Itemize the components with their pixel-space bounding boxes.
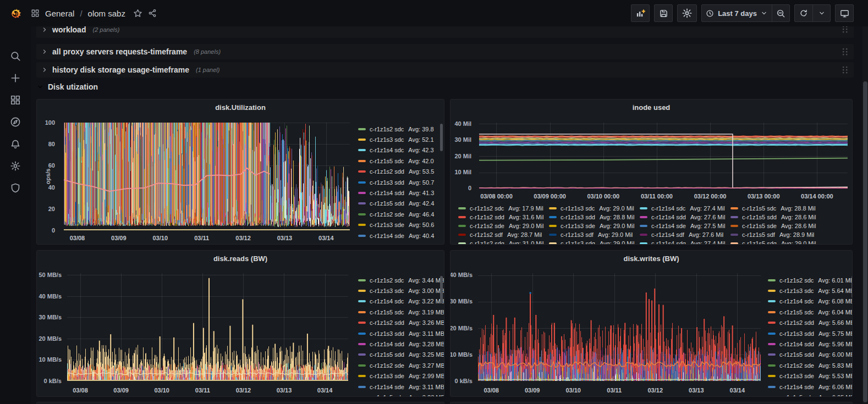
sidebar-item-dashboards[interactable] <box>0 89 31 111</box>
dashboard-row-disk-utization[interactable]: Disk utization <box>36 81 98 93</box>
dashboards-grid-icon[interactable] <box>31 9 40 18</box>
legend-item[interactable]: c-r1z1s3 sdeAvg: 50.6 <box>358 220 444 230</box>
legend-item[interactable]: c-r1z1s4 sdeAvg: 40.4 <box>358 230 444 241</box>
legend-item[interactable]: c-r1z1s5 sdcAvg: 42.0 <box>358 156 444 166</box>
legend-item[interactable]: c-r1z1s5 sddAvg: 42.4 <box>358 198 444 209</box>
refresh-button[interactable] <box>795 5 812 21</box>
dashboard-settings-button[interactable] <box>678 5 696 21</box>
legend-item[interactable]: c-r1z1s2 sdeAvg: 5.83 MB/s <box>768 360 853 370</box>
series-avg: Avg: 42.0 <box>408 158 433 164</box>
legend-item[interactable]: c-r1z1s3 sdgAvg: 29.0 Mil <box>549 239 634 245</box>
legend-item[interactable]: c-r1z1s2 sdeAvg: 3.27 MB/s <box>358 360 444 370</box>
dashboard-row-all[interactable]: all proxy servers requests-timeframe(8 p… <box>36 44 854 59</box>
legend-scrollbar-thumb[interactable] <box>851 276 853 298</box>
sidebar-item-explore[interactable] <box>0 111 31 133</box>
legend-item[interactable]: c-r1z1s3 sdeAvg: 29.0 Mil <box>549 222 634 230</box>
inode-used-chart[interactable] <box>479 123 848 189</box>
grafana-logo[interactable] <box>0 0 31 26</box>
legend-item[interactable]: c-r1z1s2 sdeAvg: 46.4 <box>358 209 444 219</box>
legend-item[interactable]: c-r1z1s5 sdcAvg: 28.8 Mil <box>730 204 816 213</box>
legend-scrollbar-thumb[interactable] <box>440 276 443 303</box>
kiosk-mode-button[interactable] <box>836 5 853 21</box>
legend-item[interactable]: c-r1z1s5 sddAvg: 3.25 MB/s <box>358 350 444 360</box>
series-name: c-r1z1s5 sdf <box>742 231 775 238</box>
legend-scrollbar-thumb[interactable] <box>440 124 443 151</box>
legend-item[interactable]: c-r1z1s5 sdcAvg: 6.04 MB/s <box>768 307 853 317</box>
legend-item[interactable]: c-r1z1s2 sdgAvg: 31.0 Mil <box>458 239 543 245</box>
series-color-swatch <box>458 242 466 245</box>
sidebar-item-search[interactable] <box>0 45 31 67</box>
panel-title[interactable]: disk.Utilization <box>37 103 444 112</box>
legend-item[interactable]: c-r1z1s4 sdeAvg: 3.11 MB/s <box>358 381 444 392</box>
legend-item[interactable]: c-r1z1s2 sddAvg: 53.5 <box>358 167 444 177</box>
legend-item[interactable]: c-r1z1s4 sddAvg: 3.28 MB/s <box>358 339 444 349</box>
legend-item[interactable]: c-r1z1s3 sdeAvg: 2.99 MB/s <box>358 371 444 381</box>
legend-item[interactable]: c-r1z1s4 sdeAvg: 27.5 Mil <box>640 222 725 230</box>
legend-item[interactable]: c-r1z1s4 sdeAvg: 6.06 MB/s <box>768 381 853 392</box>
legend-item[interactable]: c-r1z1s3 sdfAvg: 29.0 Mil <box>549 230 633 239</box>
legend-item[interactable]: c-r1z1s4 sdcAvg: 27.4 Mil <box>640 204 725 213</box>
breadcrumb-folder[interactable]: General <box>45 9 74 18</box>
legend-item[interactable]: c-r1z1s5 sdeAvg: 3.23 MB/s <box>358 392 444 397</box>
dashboard-scroll-area[interactable]: workload(2 panels)all proxy servers requ… <box>31 0 868 404</box>
legend-item[interactable]: c-r1z1s5 sdfAvg: 28.9 Mil <box>730 230 814 239</box>
drag-handle-icon[interactable] <box>841 47 849 57</box>
panel-title[interactable]: disk.reads (BW) <box>37 254 444 263</box>
legend-item[interactable]: c-r1z1s3 sdeAvg: 5.53 MB/s <box>768 371 853 381</box>
legend-item[interactable]: c-r1z1s5 sddAvg: 6.00 MB/s <box>768 350 853 360</box>
star-icon[interactable] <box>133 9 142 18</box>
legend-item[interactable]: c-r1z1s3 sdcAvg: 29.0 Mil <box>549 204 634 213</box>
time-range-picker[interactable]: Last 7 days <box>702 5 772 21</box>
legend-item[interactable]: c-r1z1s3 sddAvg: 3.11 MB/s <box>358 328 444 339</box>
refresh-interval-dropdown[interactable] <box>812 5 830 21</box>
legend-item[interactable]: c-r1z1s4 sdcAvg: 42.3 <box>358 145 444 156</box>
legend-item[interactable]: c-r1z1s3 sddAvg: 50.7 <box>358 177 444 187</box>
legend-item[interactable]: c-r1z1s2 sddAvg: 3.26 MB/s <box>358 318 444 328</box>
legend-item[interactable]: c-r1z1s2 sdfAvg: 28.7 Mil <box>458 230 542 239</box>
sidebar-item-plus[interactable] <box>0 67 31 89</box>
legend-item[interactable]: c-r1z1s4 sddAvg: 27.6 Mil <box>640 213 725 222</box>
sidebar-item-alerting[interactable] <box>0 133 31 155</box>
series-avg: Avg: 5.64 MB/s <box>818 287 853 294</box>
page-scrollbar-thumb[interactable] <box>863 81 867 402</box>
legend-item[interactable]: c-r1z1s4 sdfAvg: 27.6 Mil <box>640 230 723 239</box>
legend-item[interactable]: c-r1z1s4 sdcAvg: 6.08 MB/s <box>768 296 853 307</box>
save-dashboard-button[interactable] <box>655 5 672 21</box>
series-color-swatch <box>358 322 366 324</box>
legend-item[interactable]: c-r1z1s2 sdcAvg: 17.9 Mil <box>458 204 543 213</box>
sidebar-item-settings[interactable] <box>0 155 31 177</box>
legend-item[interactable]: c-r1z1s2 sddAvg: 31.6 Mil <box>458 213 543 222</box>
legend-item[interactable]: c-r1z1s2 sdcAvg: 6.01 MB/s <box>768 275 853 285</box>
panel-title[interactable]: disk.writes (BW) <box>451 254 852 263</box>
legend-item[interactable]: c-r1z1s5 sddAvg: 28.6 Mil <box>730 213 816 222</box>
legend-item[interactable]: c-r1z1s3 sdcAvg: 3.00 MB/s <box>358 285 444 296</box>
legend-item[interactable]: c-r1z1s5 sdeAvg: 6.05 MB/s <box>768 392 853 397</box>
series-avg: Avg: 6.05 MB/s <box>818 394 853 397</box>
dashboard-row-history[interactable]: history disk storage usage-timeframe(1 p… <box>36 62 854 78</box>
legend-item[interactable]: c-r1z1s2 sdcAvg: 39.8 <box>358 124 444 134</box>
legend-item[interactable]: c-r1z1s5 sdcAvg: 3.19 MB/s <box>358 307 444 317</box>
legend-item[interactable]: c-r1z1s3 sddAvg: 5.75 MB/s <box>768 328 853 339</box>
legend-item[interactable]: c-r1z1s5 sdeAvg: 40.1 <box>358 241 444 245</box>
legend-item[interactable]: c-r1z1s3 sdcAvg: 52.1 <box>358 134 444 145</box>
disk-reads-chart[interactable] <box>67 273 348 381</box>
legend-item[interactable]: c-r1z1s5 sdeAvg: 28.6 Mil <box>730 222 816 230</box>
disk-writes-chart[interactable] <box>478 273 761 381</box>
panel-title[interactable]: inode used <box>451 103 852 112</box>
legend-item[interactable]: c-r1z1s2 sdcAvg: 3.44 MB/s <box>358 275 444 285</box>
legend-item[interactable]: c-r1z1s2 sdeAvg: 29.0 Mil <box>458 222 543 230</box>
time-zoom-out-button[interactable] <box>772 5 789 21</box>
legend-item[interactable]: c-r1z1s5 sdgAvg: 29.0 Mil <box>730 239 816 245</box>
add-panel-button[interactable] <box>631 5 649 21</box>
disk-utilization-chart[interactable] <box>64 123 350 230</box>
legend-item[interactable]: c-r1z1s4 sdgAvg: 27.4 Mil <box>640 239 725 245</box>
legend-item[interactable]: c-r1z1s4 sddAvg: 41.3 <box>358 187 444 198</box>
legend-item[interactable]: c-r1z1s3 sdcAvg: 5.64 MB/s <box>768 285 853 296</box>
drag-handle-icon[interactable] <box>841 65 849 75</box>
legend-item[interactable]: c-r1z1s4 sdcAvg: 3.22 MB/s <box>358 296 444 307</box>
sidebar-item-shield[interactable] <box>0 177 31 199</box>
legend-item[interactable]: c-r1z1s4 sddAvg: 5.96 MB/s <box>768 339 853 349</box>
legend-item[interactable]: c-r1z1s2 sddAvg: 5.66 MB/s <box>768 318 853 328</box>
share-icon[interactable] <box>148 9 157 18</box>
legend-item[interactable]: c-r1z1s3 sddAvg: 28.8 Mil <box>549 213 634 222</box>
